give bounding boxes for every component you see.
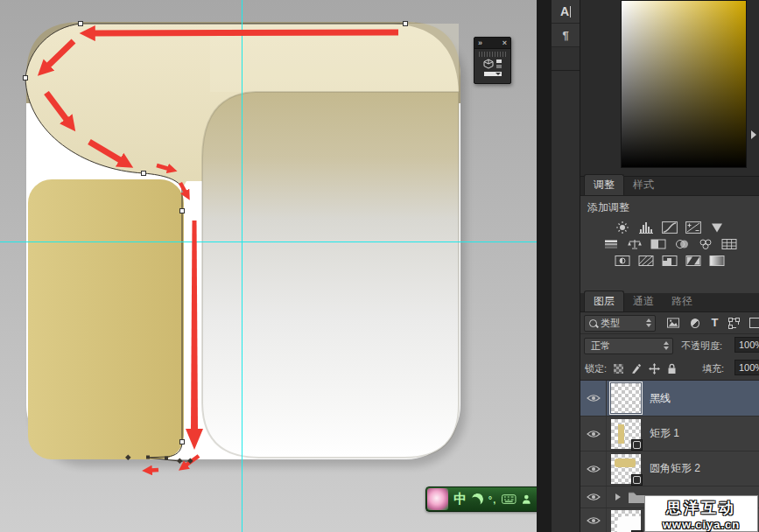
layers-tabbar: 图层 通道 路径 (580, 293, 759, 312)
watermark-title: 思洋互动 (645, 498, 757, 518)
filter-shape-layers-icon[interactable] (729, 318, 738, 328)
ime-punctuation-toggle[interactable]: °, (488, 494, 496, 505)
panel-dropdown[interactable] (484, 72, 502, 76)
layer-row-rect1[interactable]: 矩形 1 (580, 416, 759, 452)
watermark: 思洋互动 www.ciya.cn (644, 495, 758, 532)
channel-mixer-icon[interactable] (698, 238, 713, 250)
color-lookup-icon[interactable] (721, 238, 737, 250)
ime-user-icon[interactable] (522, 494, 531, 505)
exposure-icon[interactable] (685, 221, 701, 234)
tab-layers[interactable]: 图层 (584, 290, 624, 312)
hue-saturation-icon[interactable] (603, 238, 619, 250)
photoshop-window: » × 中 °, (0, 0, 759, 532)
lock-transparency-icon[interactable] (614, 364, 623, 374)
selective-color-icon[interactable] (709, 255, 725, 267)
opacity-label: 不透明度: (681, 340, 722, 353)
visibility-toggle[interactable] (580, 486, 607, 508)
ime-toolbar[interactable]: 中 °, (425, 486, 553, 512)
layer-filter-row: 类型 T (580, 312, 759, 334)
invert-icon[interactable] (615, 255, 630, 267)
filter-smart-object-icon[interactable] (749, 318, 759, 328)
group-expand-icon[interactable] (615, 494, 621, 500)
icon-artwork (0, 0, 537, 532)
adjustments-panel: 添加调整 (580, 196, 759, 293)
visibility-toggle[interactable] (580, 416, 607, 451)
layer-thumbnail[interactable] (611, 510, 641, 532)
filter-type-label: 类型 (601, 317, 620, 330)
black-white-icon[interactable] (650, 238, 666, 250)
eye-icon (587, 465, 601, 473)
layer-row-rounded-rect2[interactable]: 圆角矩形 2 (580, 452, 759, 486)
lock-row: 锁定: 填充: 100% (580, 357, 759, 381)
close-panel-icon[interactable]: × (502, 39, 507, 47)
vector-mask-badge-icon (631, 474, 643, 486)
floating-tool-panel[interactable]: » × (474, 37, 511, 84)
fill-input[interactable]: 100% (734, 360, 759, 375)
document-canvas[interactable]: » × 中 °, (0, 0, 537, 532)
vibrance-icon[interactable] (709, 221, 725, 234)
floating-panel-titlebar[interactable]: » × (474, 38, 510, 49)
3d-tool-icon[interactable] (483, 59, 494, 69)
visibility-toggle[interactable] (580, 381, 607, 416)
panel-option-bars[interactable] (496, 60, 502, 68)
blend-mode-value: 正常 (591, 340, 610, 353)
eye-icon (587, 394, 601, 402)
select-spinner-icon (646, 318, 651, 327)
ime-keyboard-icon[interactable] (502, 494, 516, 504)
paragraph-panel-button[interactable]: ¶ (552, 24, 580, 47)
color-picker-panel (580, 0, 759, 177)
lock-all-icon[interactable] (667, 363, 677, 374)
panel-dock: 调整 样式 添加调整 (580, 0, 759, 532)
levels-icon[interactable] (638, 221, 654, 234)
adjustments-tabbar: 调整 样式 (580, 177, 759, 196)
layer-row-heixian[interactable]: 黑线 (580, 381, 759, 416)
color-balance-icon[interactable] (627, 238, 643, 250)
character-panel-icon: A (560, 4, 569, 18)
character-panel-button[interactable]: A (552, 0, 580, 24)
visibility-toggle[interactable] (580, 452, 607, 486)
brightness-contrast-icon[interactable] (615, 221, 630, 234)
ime-fullwidth-moon-icon[interactable] (471, 493, 485, 507)
layer-name[interactable]: 黑线 (650, 391, 671, 406)
paragraph-panel-icon: ¶ (562, 29, 568, 42)
filter-adjustment-layers-icon[interactable] (691, 318, 699, 328)
fill-label: 填充: (702, 362, 724, 375)
threshold-icon[interactable] (662, 255, 678, 267)
panel-grip[interactable] (479, 52, 506, 57)
tab-styles[interactable]: 样式 (624, 175, 663, 195)
vector-mask-badge-icon (631, 439, 643, 451)
visibility-toggle[interactable] (580, 508, 607, 532)
hue-slider-arrow-icon[interactable] (751, 130, 756, 139)
layer-name[interactable]: 矩形 1 (650, 426, 679, 441)
posterize-icon[interactable] (638, 255, 654, 267)
collapsed-panels-strip: A ¶ (552, 0, 580, 532)
filter-type-layers-icon[interactable]: T (711, 318, 718, 328)
ime-logo-icon[interactable] (427, 488, 448, 510)
curves-icon[interactable] (662, 221, 678, 234)
saturation-brightness-field[interactable] (621, 0, 747, 168)
gradient-map-icon[interactable] (685, 255, 701, 267)
lock-position-icon[interactable] (649, 363, 660, 374)
opacity-input[interactable]: 100% (734, 337, 759, 353)
blend-mode-select[interactable]: 正常 (584, 338, 673, 354)
layer-thumbnail[interactable] (611, 454, 641, 484)
eye-icon (587, 516, 601, 525)
ime-mode-chinese[interactable]: 中 (453, 491, 467, 508)
tab-adjustments[interactable]: 调整 (584, 174, 624, 195)
layer-thumbnail[interactable] (611, 383, 641, 413)
eye-icon (587, 430, 601, 438)
eye-icon (587, 493, 601, 501)
tab-channels[interactable]: 通道 (624, 291, 663, 312)
filter-type-select[interactable]: 类型 (584, 315, 656, 332)
filter-pixel-layers-icon[interactable] (667, 318, 679, 328)
collapse-panel-icon[interactable]: » (478, 39, 482, 47)
layer-name[interactable]: 圆角矩形 2 (650, 461, 700, 476)
layer-thumbnail[interactable] (611, 419, 641, 449)
tab-paths[interactable]: 路径 (663, 291, 701, 312)
blend-mode-row: 正常 不透明度: 100% (580, 334, 759, 357)
window-gutter (537, 0, 552, 532)
watermark-url: www.ciya.cn (645, 518, 757, 531)
lock-paint-brush-icon[interactable] (630, 363, 642, 374)
photo-filter-icon[interactable] (674, 238, 690, 250)
select-spinner-icon (664, 341, 669, 350)
